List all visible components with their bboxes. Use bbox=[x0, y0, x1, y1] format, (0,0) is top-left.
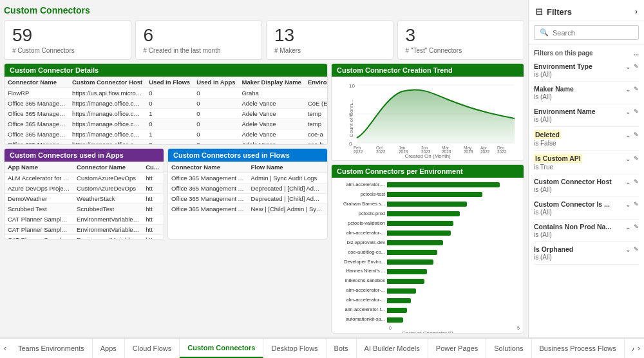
table-row: Office 365 Management APIhttps://manage.… bbox=[5, 98, 327, 108]
filter-item: Environment Type⌄✎is (All) bbox=[534, 59, 639, 82]
filter-chevron-icon[interactable]: ⌄ bbox=[625, 223, 630, 231]
tab-desktop-flows[interactable]: Desktop Flows bbox=[263, 339, 326, 358]
filters-header: ⊟ Filters › bbox=[529, 0, 644, 21]
tab-app...[interactable]: App... bbox=[625, 339, 634, 358]
filter-value: is (All) bbox=[534, 186, 639, 193]
filter-edit-icon[interactable]: ✎ bbox=[634, 155, 639, 162]
bar-chart-y-labels: alm-accelerator-...pctools-testGraham Ba… bbox=[336, 180, 387, 325]
table-row: CAT Planner Sample AppEnvironmentVariabl… bbox=[5, 214, 164, 224]
filter-chevron-icon[interactable]: ⌄ bbox=[625, 86, 630, 93]
col-app-connector: Connector Name bbox=[73, 162, 142, 173]
kpi-label-3: # "Test" Connectors bbox=[406, 47, 516, 54]
filter-edit-icon[interactable]: ✎ bbox=[634, 201, 639, 207]
tabs-right-arrow[interactable]: › bbox=[634, 339, 644, 358]
filter-item: Environment Name⌄✎is (All) bbox=[534, 104, 639, 127]
bar-label: alm-accelerator-... bbox=[336, 288, 385, 293]
filter-chevron-icon[interactable]: ⌄ bbox=[625, 201, 630, 208]
filter-chevron-icon[interactable]: ⌄ bbox=[625, 155, 630, 162]
filter-edit-icon[interactable]: ✎ bbox=[634, 223, 639, 230]
bar-fill bbox=[387, 269, 427, 274]
table-row: Scrubbed TestScrubbedTesthtt bbox=[5, 203, 164, 214]
connector-apps-table: Custom Connectors used in Apps App Name … bbox=[4, 148, 164, 240]
filter-value: is (All) bbox=[534, 116, 639, 123]
bar-label: alm-accelerator-t... bbox=[336, 307, 385, 312]
filter-value: is (All) bbox=[534, 231, 639, 238]
table-row: Office 365 Management APIDeprecated | [C… bbox=[168, 193, 327, 203]
tab-apps[interactable]: Apps bbox=[93, 339, 125, 358]
filter-value: is (All) bbox=[534, 209, 639, 216]
col-apps: Used in Apps bbox=[193, 77, 238, 88]
filter-edit-icon[interactable]: ✎ bbox=[634, 131, 639, 138]
search-input[interactable] bbox=[553, 29, 641, 37]
bar-label: pctools-validation bbox=[336, 221, 385, 226]
filter-edit-icon[interactable]: ✎ bbox=[634, 178, 639, 185]
connector-details-title: Custom Connector Details bbox=[5, 64, 327, 77]
filter-name: Contains Non Prod Na... bbox=[534, 223, 611, 231]
bar-item bbox=[387, 238, 520, 247]
filter-item: Custom Connector Host⌄✎is (All) bbox=[534, 174, 639, 197]
table-row: DemoWeatherWeatherStackhtt bbox=[5, 193, 164, 203]
bar-item bbox=[387, 316, 520, 325]
kpi-card-0: 59 # Custom Connectors bbox=[4, 20, 131, 60]
bar-label: Hannes Niemi's ... bbox=[336, 268, 385, 274]
tab-bots[interactable]: Bots bbox=[327, 339, 357, 358]
filter-name: Environment Type bbox=[534, 62, 592, 70]
tab-ai-builder-models[interactable]: AI Builder Models bbox=[357, 339, 428, 358]
search-icon: 🔍 bbox=[540, 28, 549, 37]
filter-item: Deleted⌄✎is False bbox=[534, 127, 639, 151]
filter-chevron-icon[interactable]: ⌄ bbox=[625, 178, 630, 185]
bar-label: coe-auditlog-co... bbox=[336, 250, 385, 255]
table-row: Office 365 Management APIAdmin | Sync Au… bbox=[168, 173, 327, 183]
filters-more-icon[interactable]: ... bbox=[634, 50, 639, 57]
bar-fill bbox=[387, 308, 407, 313]
kpi-value-2: 13 bbox=[274, 26, 385, 46]
filter-value: is False bbox=[534, 140, 639, 147]
table-row: Office 365 Management API Newhttps://man… bbox=[5, 129, 327, 139]
filter-chevron-icon[interactable]: ⌄ bbox=[625, 131, 630, 138]
bar-chart-area: alm-accelerator-...pctools-testGraham Ba… bbox=[332, 178, 524, 334]
connector-flows-table: Custom Connectors used in Flows Connecto… bbox=[167, 148, 328, 240]
filter-edit-icon[interactable]: ✎ bbox=[634, 108, 639, 115]
col-app-name: App Name bbox=[5, 162, 73, 173]
svg-text:2022: 2022 bbox=[376, 149, 386, 154]
table-row: Azure DevOps ProjectsCustomAzureDevOpsht… bbox=[5, 183, 164, 193]
tabs-left-arrow[interactable]: ‹ bbox=[0, 339, 10, 358]
bar-item bbox=[387, 180, 520, 189]
filter-name: Is Custom API bbox=[534, 154, 582, 163]
filter-value: is (All) bbox=[534, 93, 639, 100]
filter-chevron-icon[interactable]: ⌄ bbox=[625, 246, 630, 253]
filter-edit-icon[interactable]: ✎ bbox=[634, 246, 639, 252]
filter-edit-icon[interactable]: ✎ bbox=[634, 86, 639, 92]
filter-chevron-icon[interactable]: ⌄ bbox=[625, 108, 630, 115]
tab-teams-environments[interactable]: Teams Environments bbox=[10, 339, 93, 358]
tab-power-pages[interactable]: Power Pages bbox=[428, 339, 486, 358]
svg-text:2022: 2022 bbox=[497, 149, 507, 154]
kpi-label-2: # Makers bbox=[274, 47, 385, 54]
bar-label: pctools-prod bbox=[336, 211, 385, 216]
svg-text:10: 10 bbox=[349, 83, 355, 89]
tab-cloud-flows[interactable]: Cloud Flows bbox=[125, 339, 180, 358]
col-connector-name: Connector Name bbox=[5, 77, 69, 88]
filters-expand-icon[interactable]: › bbox=[635, 7, 638, 16]
connector-apps-data: App Name Connector Name Cu... ALM Accele… bbox=[5, 162, 164, 239]
tabs-container: Teams EnvironmentsAppsCloud FlowsCustom … bbox=[10, 339, 634, 358]
bar-label: alm-accelerator-... bbox=[336, 297, 385, 303]
svg-text:2023: 2023 bbox=[464, 149, 473, 154]
filter-chevron-icon[interactable]: ⌄ bbox=[625, 63, 630, 70]
tab-custom-connectors[interactable]: Custom Connectors bbox=[180, 339, 263, 358]
bar-item bbox=[387, 190, 520, 199]
bottom-tabs: ‹ Teams EnvironmentsAppsCloud FlowsCusto… bbox=[0, 337, 644, 358]
tab-business-process-flows[interactable]: Business Process Flows bbox=[532, 339, 625, 358]
bar-item bbox=[387, 267, 520, 276]
table-row: Office 365 Management APIhttps://manage.… bbox=[5, 108, 327, 118]
tab-solutions[interactable]: Solutions bbox=[486, 339, 531, 358]
filters-section-label: Filters on this page ... bbox=[534, 47, 639, 59]
filter-edit-icon[interactable]: ✎ bbox=[634, 63, 639, 70]
bar-item bbox=[387, 219, 520, 228]
search-box[interactable]: 🔍 bbox=[534, 25, 639, 40]
table-row: Office 365 Management APIhttps://manage.… bbox=[5, 118, 327, 129]
bar-item bbox=[387, 287, 520, 296]
kpi-value-0: 59 bbox=[12, 26, 123, 46]
search-container: 🔍 bbox=[529, 21, 644, 44]
line-chart-svg: 10 5 0 bbox=[335, 80, 520, 151]
